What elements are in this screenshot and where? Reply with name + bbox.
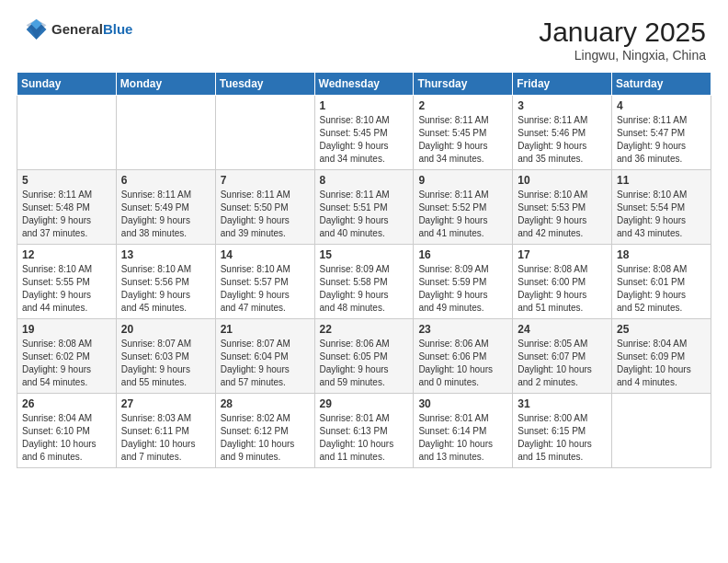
calendar-cell: 8Sunrise: 8:11 AM Sunset: 5:51 PM Daylig… xyxy=(314,170,414,245)
weekday-header: Monday xyxy=(116,73,215,96)
day-info: Sunrise: 8:11 AM Sunset: 5:51 PM Dayligh… xyxy=(320,189,409,240)
day-number: 10 xyxy=(518,174,607,187)
calendar-cell: 15Sunrise: 8:09 AM Sunset: 5:58 PM Dayli… xyxy=(314,245,414,319)
day-number: 9 xyxy=(418,174,507,187)
calendar-cell: 3Sunrise: 8:11 AM Sunset: 5:46 PM Daylig… xyxy=(513,96,612,170)
calendar-week-row: 1Sunrise: 8:10 AM Sunset: 5:45 PM Daylig… xyxy=(17,96,711,170)
day-number: 17 xyxy=(518,248,607,261)
day-info: Sunrise: 8:08 AM Sunset: 6:02 PM Dayligh… xyxy=(22,338,111,389)
day-info: Sunrise: 8:07 AM Sunset: 6:04 PM Dayligh… xyxy=(221,338,310,389)
day-info: Sunrise: 8:10 AM Sunset: 5:45 PM Dayligh… xyxy=(320,114,409,166)
day-number: 19 xyxy=(22,323,111,336)
month-title: January 2025 xyxy=(539,17,706,48)
day-number: 6 xyxy=(121,174,210,187)
day-info: Sunrise: 8:11 AM Sunset: 5:47 PM Dayligh… xyxy=(617,114,706,166)
calendar-cell: 9Sunrise: 8:11 AM Sunset: 5:52 PM Daylig… xyxy=(414,170,513,245)
day-info: Sunrise: 8:00 AM Sunset: 6:15 PM Dayligh… xyxy=(518,412,607,464)
weekday-header: Saturday xyxy=(612,73,711,96)
calendar-cell: 29Sunrise: 8:01 AM Sunset: 6:13 PM Dayli… xyxy=(314,394,414,468)
day-number: 28 xyxy=(221,397,310,410)
day-info: Sunrise: 8:06 AM Sunset: 6:06 PM Dayligh… xyxy=(418,338,507,389)
calendar-cell: 26Sunrise: 8:04 AM Sunset: 6:10 PM Dayli… xyxy=(17,394,117,468)
day-info: Sunrise: 8:02 AM Sunset: 6:12 PM Dayligh… xyxy=(221,412,310,464)
day-number: 18 xyxy=(617,248,706,261)
day-info: Sunrise: 8:08 AM Sunset: 6:00 PM Dayligh… xyxy=(518,263,607,315)
day-number: 15 xyxy=(320,248,409,261)
calendar-cell: 5Sunrise: 8:11 AM Sunset: 5:48 PM Daylig… xyxy=(17,170,117,245)
calendar-cell xyxy=(17,96,117,170)
calendar: SundayMondayTuesdayWednesdayThursdayFrid… xyxy=(17,72,711,468)
calendar-cell: 11Sunrise: 8:10 AM Sunset: 5:54 PM Dayli… xyxy=(612,170,711,245)
day-info: Sunrise: 8:11 AM Sunset: 5:46 PM Dayligh… xyxy=(518,114,607,166)
calendar-cell: 20Sunrise: 8:07 AM Sunset: 6:03 PM Dayli… xyxy=(116,319,215,394)
day-info: Sunrise: 8:06 AM Sunset: 6:05 PM Dayligh… xyxy=(320,338,409,389)
calendar-cell xyxy=(612,394,711,468)
day-number: 24 xyxy=(518,323,607,336)
calendar-cell: 22Sunrise: 8:06 AM Sunset: 6:05 PM Dayli… xyxy=(314,319,414,394)
day-info: Sunrise: 8:03 AM Sunset: 6:11 PM Dayligh… xyxy=(121,412,210,464)
day-info: Sunrise: 8:11 AM Sunset: 5:52 PM Dayligh… xyxy=(418,189,507,240)
calendar-cell: 30Sunrise: 8:01 AM Sunset: 6:14 PM Dayli… xyxy=(414,394,513,468)
calendar-cell: 25Sunrise: 8:04 AM Sunset: 6:09 PM Dayli… xyxy=(612,319,711,394)
title-block: January 2025 Lingwu, Ningxia, China xyxy=(539,17,706,63)
day-number: 14 xyxy=(221,248,310,261)
calendar-cell: 4Sunrise: 8:11 AM Sunset: 5:47 PM Daylig… xyxy=(612,96,711,170)
day-number: 22 xyxy=(320,323,409,336)
calendar-cell: 21Sunrise: 8:07 AM Sunset: 6:04 PM Dayli… xyxy=(215,319,314,394)
day-number: 31 xyxy=(518,397,607,410)
calendar-week-row: 26Sunrise: 8:04 AM Sunset: 6:10 PM Dayli… xyxy=(17,394,711,468)
day-number: 29 xyxy=(320,397,409,410)
calendar-cell: 23Sunrise: 8:06 AM Sunset: 6:06 PM Dayli… xyxy=(414,319,513,394)
calendar-cell xyxy=(215,96,314,170)
day-info: Sunrise: 8:07 AM Sunset: 6:03 PM Dayligh… xyxy=(121,338,210,389)
weekday-header: Thursday xyxy=(414,73,513,96)
calendar-week-row: 19Sunrise: 8:08 AM Sunset: 6:02 PM Dayli… xyxy=(17,319,711,394)
calendar-cell: 16Sunrise: 8:09 AM Sunset: 5:59 PM Dayli… xyxy=(414,245,513,319)
weekday-header: Friday xyxy=(513,73,612,96)
logo-blue: Blue xyxy=(103,21,133,37)
calendar-cell: 10Sunrise: 8:10 AM Sunset: 5:53 PM Dayli… xyxy=(513,170,612,245)
page: GeneralBlue January 2025 Lingwu, Ningxia… xyxy=(0,0,728,563)
day-info: Sunrise: 8:11 AM Sunset: 5:49 PM Dayligh… xyxy=(121,189,210,240)
logo-icon xyxy=(22,17,48,42)
calendar-week-row: 5Sunrise: 8:11 AM Sunset: 5:48 PM Daylig… xyxy=(17,170,711,245)
day-info: Sunrise: 8:04 AM Sunset: 6:09 PM Dayligh… xyxy=(617,338,706,389)
day-number: 5 xyxy=(22,174,111,187)
logo-text: GeneralBlue xyxy=(51,22,132,38)
day-info: Sunrise: 8:10 AM Sunset: 5:55 PM Dayligh… xyxy=(22,263,111,315)
day-info: Sunrise: 8:11 AM Sunset: 5:48 PM Dayligh… xyxy=(22,189,111,240)
day-info: Sunrise: 8:04 AM Sunset: 6:10 PM Dayligh… xyxy=(22,412,111,464)
location: Lingwu, Ningxia, China xyxy=(539,48,706,63)
calendar-cell: 24Sunrise: 8:05 AM Sunset: 6:07 PM Dayli… xyxy=(513,319,612,394)
day-info: Sunrise: 8:08 AM Sunset: 6:01 PM Dayligh… xyxy=(617,263,706,315)
calendar-cell: 28Sunrise: 8:02 AM Sunset: 6:12 PM Dayli… xyxy=(215,394,314,468)
calendar-cell: 31Sunrise: 8:00 AM Sunset: 6:15 PM Dayli… xyxy=(513,394,612,468)
calendar-cell: 14Sunrise: 8:10 AM Sunset: 5:57 PM Dayli… xyxy=(215,245,314,319)
logo-general: General xyxy=(51,21,103,37)
day-number: 8 xyxy=(320,174,409,187)
calendar-week-row: 12Sunrise: 8:10 AM Sunset: 5:55 PM Dayli… xyxy=(17,245,711,319)
logo: GeneralBlue xyxy=(22,17,132,42)
calendar-cell: 1Sunrise: 8:10 AM Sunset: 5:45 PM Daylig… xyxy=(314,96,414,170)
day-info: Sunrise: 8:11 AM Sunset: 5:45 PM Dayligh… xyxy=(418,114,507,166)
day-number: 23 xyxy=(418,323,507,336)
calendar-cell: 7Sunrise: 8:11 AM Sunset: 5:50 PM Daylig… xyxy=(215,170,314,245)
calendar-cell: 2Sunrise: 8:11 AM Sunset: 5:45 PM Daylig… xyxy=(414,96,513,170)
day-number: 3 xyxy=(518,99,607,112)
weekday-header: Sunday xyxy=(17,73,117,96)
day-number: 1 xyxy=(320,99,409,112)
calendar-body: 1Sunrise: 8:10 AM Sunset: 5:45 PM Daylig… xyxy=(17,96,711,468)
calendar-cell: 18Sunrise: 8:08 AM Sunset: 6:01 PM Dayli… xyxy=(612,245,711,319)
day-info: Sunrise: 8:11 AM Sunset: 5:50 PM Dayligh… xyxy=(221,189,310,240)
calendar-cell: 6Sunrise: 8:11 AM Sunset: 5:49 PM Daylig… xyxy=(116,170,215,245)
day-number: 13 xyxy=(121,248,210,261)
header: GeneralBlue January 2025 Lingwu, Ningxia… xyxy=(0,0,728,72)
day-number: 27 xyxy=(121,397,210,410)
day-info: Sunrise: 8:10 AM Sunset: 5:53 PM Dayligh… xyxy=(518,189,607,240)
day-info: Sunrise: 8:09 AM Sunset: 5:58 PM Dayligh… xyxy=(320,263,409,315)
day-info: Sunrise: 8:01 AM Sunset: 6:14 PM Dayligh… xyxy=(418,412,507,464)
day-number: 11 xyxy=(617,174,706,187)
day-number: 26 xyxy=(22,397,111,410)
day-number: 12 xyxy=(22,248,111,261)
calendar-cell: 17Sunrise: 8:08 AM Sunset: 6:00 PM Dayli… xyxy=(513,245,612,319)
